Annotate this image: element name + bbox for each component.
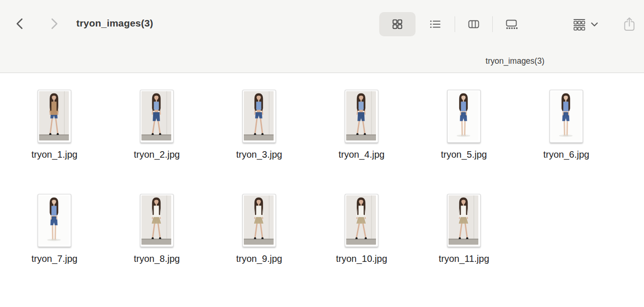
file-name: tryon_5.jpg xyxy=(441,149,487,160)
share-icon xyxy=(622,16,637,33)
file-item-10[interactable]: tryon_10.jpg xyxy=(310,194,413,298)
file-name: tryon_7.jpg xyxy=(32,254,78,264)
file-name: tryon_6.jpg xyxy=(543,149,590,160)
file-thumbnail xyxy=(140,90,174,143)
file-name: tryon_8.jpg xyxy=(134,254,180,264)
group-by-button[interactable] xyxy=(564,14,607,34)
file-item-3[interactable]: tryon_3.jpg xyxy=(208,90,310,194)
list-view-icon xyxy=(429,18,442,31)
file-item-9[interactable]: tryon_9.jpg xyxy=(208,194,310,298)
file-name: tryon_9.jpg xyxy=(236,254,282,264)
column-view-icon xyxy=(467,18,480,31)
file-name: tryon_3.jpg xyxy=(236,149,282,160)
back-button[interactable] xyxy=(12,15,28,32)
file-thumbnail xyxy=(345,194,378,247)
file-item-11[interactable]: tryon_11.jpg xyxy=(413,194,515,298)
file-thumbnail xyxy=(140,194,174,247)
gallery-view-button[interactable] xyxy=(493,12,530,36)
file-item-8[interactable]: tryon_8.jpg xyxy=(106,194,208,298)
file-item-4[interactable]: tryon_4.jpg xyxy=(310,90,413,194)
view-mode-switcher xyxy=(379,12,530,36)
group-by-icon xyxy=(572,18,586,31)
file-thumbnail xyxy=(447,194,481,247)
forward-button[interactable] xyxy=(46,15,62,32)
finder-window: tryon_images(3) xyxy=(0,0,644,307)
column-view-button[interactable] xyxy=(455,12,492,36)
file-name: tryon_11.jpg xyxy=(439,254,490,264)
file-thumbnail xyxy=(345,90,378,143)
chevron-left-icon xyxy=(14,17,26,30)
file-name: tryon_2.jpg xyxy=(134,149,180,160)
file-grid: tryon_1.jpg tryon_2.jpg tryon_3.jpg tryo… xyxy=(0,73,644,307)
file-item-7[interactable]: tryon_7.jpg xyxy=(3,194,106,298)
file-thumbnail xyxy=(38,194,71,247)
chevron-right-icon xyxy=(48,17,60,30)
file-thumbnail xyxy=(38,90,71,143)
pathbar-folder-label: tryon_images(3) xyxy=(486,56,544,66)
file-thumbnail xyxy=(447,90,481,143)
window-title: tryon_images(3) xyxy=(76,18,153,29)
file-name: tryon_1.jpg xyxy=(32,149,78,160)
file-thumbnail xyxy=(550,90,583,143)
file-name: tryon_4.jpg xyxy=(339,149,385,160)
list-view-button[interactable] xyxy=(416,12,455,36)
grid-view-button[interactable] xyxy=(379,12,416,36)
share-button[interactable] xyxy=(618,13,640,36)
file-item-2[interactable]: tryon_2.jpg xyxy=(106,90,208,194)
grid-view-icon xyxy=(391,18,404,31)
file-name: tryon_10.jpg xyxy=(336,254,387,264)
file-thumbnail xyxy=(242,194,276,247)
file-item-1[interactable]: tryon_1.jpg xyxy=(3,90,106,194)
file-thumbnail xyxy=(242,90,276,143)
toolbar: tryon_images(3) xyxy=(0,0,644,73)
gallery-view-icon xyxy=(505,18,518,31)
chevron-down-icon xyxy=(590,22,598,27)
file-item-5[interactable]: tryon_5.jpg xyxy=(413,90,515,194)
file-item-6[interactable]: tryon_6.jpg xyxy=(515,90,617,194)
